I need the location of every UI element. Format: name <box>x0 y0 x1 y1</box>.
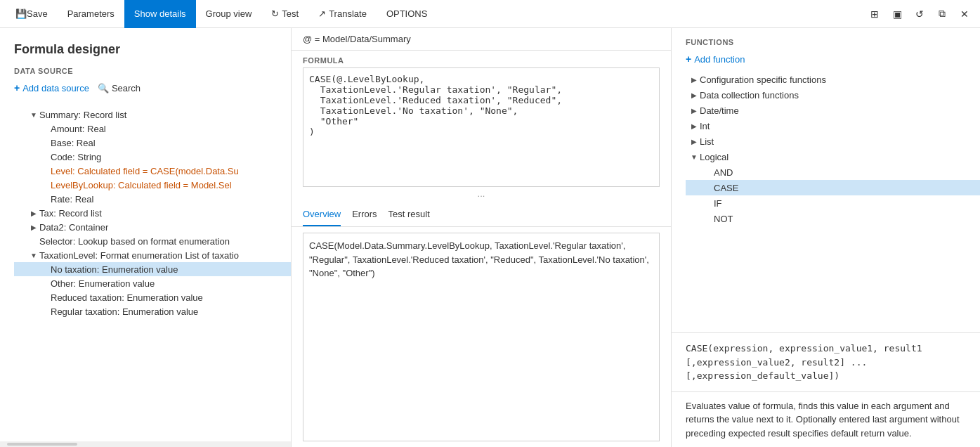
tree-node-notaxation[interactable]: No taxation: Enumeration value <box>14 262 291 276</box>
show-details-label: Show details <box>134 8 186 19</box>
search-button[interactable]: 🔍 Search <box>98 82 141 95</box>
tree-label: Tax: Record list <box>39 208 291 219</box>
tree-label: Base: Real <box>51 138 291 148</box>
save-tab[interactable]: 💾 Save <box>6 0 58 28</box>
data-source-label: DATA SOURCE <box>14 67 277 75</box>
expand-icon <box>39 151 51 162</box>
tree-node-regulartaxation[interactable]: Regular taxation: Enumeration value <box>14 304 291 318</box>
tree-label: Regular taxation: Enumeration value <box>51 306 291 317</box>
func-label: Int <box>700 121 980 131</box>
tree-node-tax[interactable]: ▶Tax: Record list <box>14 206 291 220</box>
options-label: OPTIONS <box>386 8 428 19</box>
formula-editor[interactable]: CASE(@.LevelByLookup, TaxationLevel.'Reg… <box>303 67 660 187</box>
func-label: Configuration specific functions <box>700 74 980 85</box>
func-expand-icon: ▶ <box>688 136 700 147</box>
func-node-if[interactable]: IF <box>686 195 980 211</box>
grid-icon-btn[interactable]: ⊞ <box>865 4 884 24</box>
func-node-int[interactable]: ▶Int <box>686 118 980 134</box>
tree-label: Rate: Real <box>51 194 291 205</box>
func-node-and[interactable]: AND <box>686 164 980 180</box>
tree-node-base[interactable]: Base: Real <box>14 136 291 150</box>
func-expand-icon: ▶ <box>688 105 700 116</box>
tree-node-taxationlevel[interactable]: ▼TaxationLevel: Format enumeration List … <box>14 248 291 262</box>
expand-icon <box>39 137 51 148</box>
functions-tree: ▶Configuration specific functions▶Data c… <box>672 72 980 330</box>
add-function-button[interactable]: + Add function <box>686 52 745 66</box>
func-expand-icon: ▼ <box>688 151 700 162</box>
functions-panel: FUNCTIONS + Add function ▶Configuration … <box>671 28 980 447</box>
sidebar-scrollbar[interactable] <box>0 441 291 447</box>
func-description: Evaluates value of formula, finds this v… <box>672 395 980 448</box>
func-expand-icon: ▶ <box>688 120 700 131</box>
func-label: Data collection functions <box>700 90 980 101</box>
popout-btn[interactable]: ⧉ <box>932 4 952 24</box>
expand-icon <box>39 123 51 134</box>
func-expand-icon <box>703 182 714 193</box>
formula-result-area[interactable]: CASE(Model.Data.Summary.LevelByLookup, T… <box>303 233 660 441</box>
test-tab[interactable]: ↻ Test <box>261 0 308 28</box>
add-data-source-button[interactable]: + Add data source <box>14 81 89 95</box>
tree-node-summary[interactable]: ▼Summary: Record list <box>14 108 291 122</box>
func-node-not[interactable]: NOT <box>686 211 980 226</box>
scrollbar-track <box>7 443 77 446</box>
add-function-label: Add function <box>694 54 745 65</box>
tree-label: No taxation: Enumeration value <box>51 264 291 275</box>
expand-icon <box>39 165 51 176</box>
tree-label: Summary: Record list <box>39 110 291 120</box>
expand-icon: ▼ <box>28 109 39 120</box>
formula-tab-test_result[interactable]: Test result <box>388 206 430 226</box>
close-btn[interactable]: ✕ <box>955 4 974 24</box>
sidebar-header: Formula designer DATA SOURCE + Add data … <box>0 28 291 108</box>
group-view-label: Group view <box>206 8 252 19</box>
sidebar: Formula designer DATA SOURCE + Add data … <box>0 28 292 447</box>
formula-tab-errors[interactable]: Errors <box>352 206 377 226</box>
functions-toolbar: + Add function <box>672 52 980 72</box>
center-panel: @ = Model/Data/Summary FORMULA CASE(@.Le… <box>292 28 671 447</box>
formula-dots: ... <box>292 187 671 200</box>
test-label: Test <box>282 8 299 19</box>
sidebar-toolbar: + Add data source 🔍 Search <box>14 81 277 95</box>
translate-icon: ↗ <box>318 8 326 19</box>
options-tab[interactable]: OPTIONS <box>377 0 438 28</box>
formula-path-bar: @ = Model/Data/Summary <box>292 28 671 51</box>
formula-tab-overview[interactable]: Overview <box>303 206 341 226</box>
tree-label: Amount: Real <box>51 124 291 134</box>
right-divider <box>672 332 980 333</box>
refresh-btn[interactable]: ↺ <box>910 4 929 24</box>
func-node-datacollection[interactable]: ▶Data collection functions <box>686 87 980 103</box>
func-node-config[interactable]: ▶Configuration specific functions <box>686 72 980 87</box>
tree-node-code[interactable]: Code: String <box>14 150 291 164</box>
tree-label: TaxationLevel: Format enumeration List o… <box>39 250 291 261</box>
func-expand-icon <box>703 213 714 224</box>
search-icon: 🔍 <box>98 83 109 93</box>
expand-icon <box>39 264 51 275</box>
tree-node-amount[interactable]: Amount: Real <box>14 122 291 136</box>
func-node-logical[interactable]: ▼Logical <box>686 149 980 164</box>
func-node-list[interactable]: ▶List <box>686 134 980 149</box>
group-view-tab[interactable]: Group view <box>196 0 262 28</box>
tree-label: Code: String <box>51 152 291 162</box>
translate-tab[interactable]: ↗ Translate <box>308 0 377 28</box>
parameters-tab[interactable]: Parameters <box>58 0 124 28</box>
titlebar: 💾 Save Parameters Show details Group vie… <box>0 0 980 28</box>
office-icon-btn[interactable]: ▣ <box>887 4 907 24</box>
save-icon: 💾 <box>15 8 27 19</box>
search-label: Search <box>112 83 141 93</box>
functions-label: FUNCTIONS <box>672 28 980 52</box>
tree-node-level[interactable]: Level: Calculated field = CASE(model.Dat… <box>14 164 291 178</box>
tree-node-reducedtaxation[interactable]: Reduced taxation: Enumeration value <box>14 290 291 304</box>
tree-node-other[interactable]: Other: Enumeration value <box>14 276 291 290</box>
show-details-tab[interactable]: Show details <box>124 0 196 28</box>
tree-node-levelbylookup[interactable]: LevelByLookup: Calculated field = Model.… <box>14 178 291 192</box>
tree-node-selector[interactable]: Selector: Lookup based on format enumera… <box>14 234 291 248</box>
func-label: Logical <box>700 152 980 162</box>
func-node-datetime[interactable]: ▶Date/time <box>686 103 980 118</box>
expand-icon <box>39 179 51 190</box>
tree-node-data2[interactable]: ▶Data2: Container <box>14 220 291 234</box>
tree-node-rate[interactable]: Rate: Real <box>14 192 291 206</box>
tree-label: Data2: Container <box>39 222 291 233</box>
data-source-tree: ▼Summary: Record listAmount: RealBase: R… <box>0 108 291 441</box>
func-node-case[interactable]: CASE <box>686 180 980 195</box>
tree-label: Other: Enumeration value <box>51 278 291 289</box>
tree-label: Reduced taxation: Enumeration value <box>51 292 291 303</box>
